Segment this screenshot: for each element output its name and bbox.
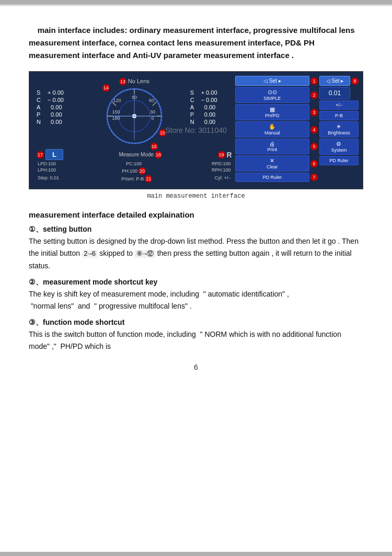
dial-area: 14 16 15: [80, 87, 188, 147]
right-params: S + 0.00 C − 0.00 A 0.00: [190, 87, 232, 147]
param-S-left: S + 0.00: [37, 89, 78, 96]
badge-16: 16: [151, 143, 158, 150]
badge-6: 6: [310, 160, 318, 167]
top-bar: [0, 0, 392, 4]
badge-17: 17: [37, 151, 44, 158]
section-3: ③、function mode shortcut This is the swi…: [29, 316, 363, 353]
svg-text:30: 30: [150, 109, 155, 115]
badge-14: 14: [102, 84, 110, 92]
badge-13: 13: [119, 78, 126, 85]
no-lens-label: 13 No Lens: [37, 78, 232, 85]
phpd-btn[interactable]: ▦ PH/PD: [235, 104, 309, 120]
pd-ruler-btn-2[interactable]: PD Ruler: [319, 156, 359, 165]
pd-ruler-btn-1[interactable]: PD Ruler: [235, 173, 309, 182]
badge-3: 3: [310, 109, 318, 116]
page-number: 6: [29, 363, 363, 371]
device-left-panel: 13 No Lens S + 0.00 C − 0.00: [33, 76, 235, 185]
badge-4: 4: [310, 126, 318, 133]
plus-minus-btn[interactable]: +/−: [319, 100, 359, 110]
explanation-title: measurement interface detailed explainat…: [29, 210, 363, 219]
value-001: 0.01: [319, 87, 350, 99]
bottom-info2: LPH:100 PH:100 20 RPH:100: [37, 167, 232, 175]
explanation-section: measurement interface detailed explainat…: [29, 210, 363, 353]
badge-20: 20: [139, 167, 146, 175]
system-btn[interactable]: ⚙ System: [319, 139, 359, 155]
device-buttons-col1: ◁ Set ▸ 1 ⊙⊙ SIMPLE 2: [235, 76, 318, 185]
section-3-body: This is the switch button of function mo…: [29, 330, 341, 350]
section-3-heading: ③、function mode shortcut: [29, 318, 124, 326]
device-image: 13 No Lens S + 0.00 C − 0.00: [29, 71, 363, 189]
badge-2: 2: [310, 92, 318, 99]
badge-7: 7: [310, 174, 318, 181]
bottom-bar: [0, 552, 392, 556]
svg-text:60: 60: [149, 98, 154, 103]
param-P-right: P 0.00: [190, 111, 232, 118]
pb-btn[interactable]: P-B: [319, 111, 359, 120]
device-caption: main measurement interface: [29, 192, 363, 200]
bottom-info: LPD:100 PC:100 RPD:100: [37, 161, 232, 166]
badge-18: 18: [155, 151, 162, 158]
param-C-left: C − 0.00: [37, 97, 78, 103]
badge-15: 15: [159, 129, 166, 137]
param-C-right: C − 0.00: [190, 97, 232, 103]
section-2-body: The key is shift key of measurement mode…: [29, 290, 289, 310]
top-bar-accent: [0, 4, 392, 8]
step-info: Step: 0.01 Prism: P-B 21 Cyl: +/−: [37, 175, 232, 183]
left-params: S + 0.00 C − 0.00 A 0.00: [37, 87, 78, 147]
manual-btn[interactable]: ✋ Manual: [235, 121, 309, 138]
intro-paragraph: main interface includes: ordinary measur…: [29, 24, 363, 62]
section-2: ②、measurement mode shortcut key The key …: [29, 276, 363, 312]
device-buttons-col2: ◁ Set ▸ 8 0.01 8 +/− P-B: [319, 76, 359, 185]
badge-5: 5: [310, 143, 318, 150]
set-btn-2[interactable]: ◁ Set ▸: [319, 76, 350, 86]
set-btn-1[interactable]: ◁ Set ▸: [235, 76, 309, 86]
param-A-right: A 0.00: [190, 104, 232, 110]
clear-btn[interactable]: ✕ Clear: [235, 155, 309, 172]
svg-text:150: 150: [112, 109, 120, 115]
param-P-left: P 0.00: [37, 111, 78, 118]
print-btn[interactable]: 🖨 Print: [235, 139, 309, 154]
svg-text:120: 120: [113, 98, 121, 103]
badge-19: 19: [218, 151, 225, 158]
param-S-right: S + 0.00: [190, 89, 232, 96]
device-right-panel: ◁ Set ▸ 1 ⊙⊙ SIMPLE 2: [235, 76, 359, 185]
badge-21: 21: [145, 175, 152, 183]
badge-1: 1: [310, 77, 318, 85]
simple-btn[interactable]: ⊙⊙ SIMPLE: [235, 87, 309, 103]
section-1-heading: ①、setting button: [29, 225, 91, 233]
dial-svg: 90 60 120 150: [106, 87, 163, 145]
brightness-btn[interactable]: ☀ Brightness: [319, 121, 359, 138]
measure-mode-label: Measure Mode: [119, 152, 154, 157]
param-N-left: N 0.00: [37, 119, 78, 125]
param-A-left: A 0.00: [37, 104, 78, 110]
section-1-body: The setting button is designed by the dr…: [29, 237, 359, 270]
param-N-right: N 0.00: [190, 119, 232, 125]
section-2-heading: ②、measurement mode shortcut key: [29, 278, 157, 286]
section-1: ①、setting button The setting button is d…: [29, 223, 363, 272]
badge-8: 8: [351, 77, 359, 85]
